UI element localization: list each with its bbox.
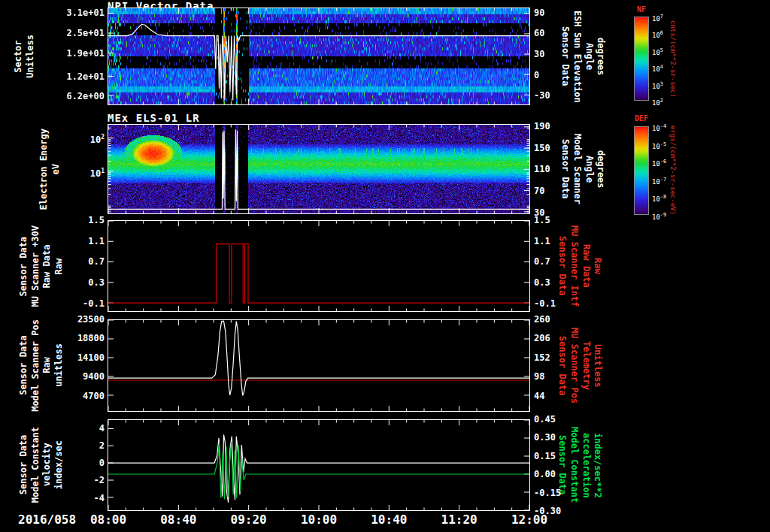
npi-left-tick-label: 6.2e+00 (52, 91, 105, 101)
scanpos-left-tick-label: 4700 (52, 391, 105, 401)
scanpos-left-tick-label: 23500 (52, 314, 105, 325)
mu30v-right-tick-label: -0.1 (534, 298, 581, 309)
npi-right-tick-label: 30 (534, 49, 581, 59)
nf-colorbar-unit: cnts/(cm**2-sr-sec) (669, 17, 686, 101)
npi-colorbar-tick-label: 102 (652, 97, 663, 107)
nf-colorbar-unit-text: cnts/(cm**2-sr-sec) (669, 20, 677, 98)
x-axis-tick-label: 12:00 (499, 512, 559, 527)
scanpos-line-panel (108, 319, 530, 412)
els-left-tick-label: 101 (52, 166, 105, 179)
scanpos-right-tick-label: 98 (534, 371, 581, 382)
npi-colorbar-tick-label: 106 (652, 29, 663, 39)
modelconst-left-tick-label: -4 (52, 493, 105, 503)
mu30v-right-tick-label: 1.5 (534, 215, 581, 225)
els-left-tick-label: 102 (52, 132, 105, 145)
npi-left-tick-label: 3.1e+01 (52, 8, 105, 18)
modelconst-right-tick-label: 0.15 (534, 451, 581, 461)
mu30v-left-tick-label: 1.1 (52, 236, 105, 246)
modelconst-right-tick-label: 0.30 (534, 432, 581, 443)
modelconst-right-tick-label: 0.00 (534, 469, 581, 479)
mu30v-right-tick-label: 0.3 (534, 277, 581, 288)
els-right-tick-label: 70 (534, 186, 581, 196)
x-axis-tick-label: 10:40 (359, 512, 419, 527)
npi-colorbar-tick-label: 103 (652, 80, 663, 90)
npi-spectrogram-panel (108, 8, 530, 105)
scanpos-left-tick-label: 9400 (52, 371, 105, 382)
npi-left-tick-label: 1.9e+01 (52, 48, 105, 59)
modelconst-left-tick-label: -2 (52, 475, 105, 485)
npi-left-tick-label: 1.2e+01 (52, 71, 105, 82)
els-panel-title: MEx ELS-01 LR (108, 112, 200, 124)
mu30v-left-tick-label: 0.3 (52, 277, 105, 288)
els-colorbar-tick-label: 10-6 (652, 158, 666, 168)
def-colorbar-unit-text: ergs/(cm**2-sr-sec-eV) (669, 125, 677, 215)
els-colorbar-tick-label: 10-5 (652, 141, 666, 150)
els-right-tick-label: 190 (534, 121, 581, 131)
modelconst-line-panel (108, 419, 530, 511)
modelconst-right-tick-label: 0.45 (534, 414, 581, 425)
scanpos-right-tick-label: 44 (534, 391, 581, 401)
els-panel-overlay (108, 125, 529, 213)
els-colorbar-tick-label: 10-8 (652, 193, 666, 203)
npi-left-axis-label: Sector Unitless (11, 8, 39, 105)
els-colorbar-tick-label: 10-7 (652, 176, 666, 186)
scanpos-left-tick-label: 14100 (52, 352, 105, 363)
x-axis-tick-label: 08:40 (148, 512, 208, 527)
mu30v-right-tick-label: 1.1 (534, 236, 581, 246)
x-axis-tick-label: 11:20 (429, 512, 490, 527)
mu30v-left-tick-label: 0.7 (52, 256, 105, 267)
nf-colorbar (634, 17, 649, 101)
x-axis-tick-label: 09:20 (219, 512, 279, 527)
npi-left-tick-label: 2.5e+01 (52, 28, 105, 38)
els-right-tick-label: 150 (534, 143, 581, 153)
modelconst-left-tick-label: 2 (52, 440, 105, 451)
scanpos-right-tick-label: 260 (534, 314, 581, 325)
def-colorbar-unit: ergs/(cm**2-sr-sec-eV) (669, 126, 686, 215)
mu30v-left-tick-label: 1.5 (52, 215, 105, 225)
nf-colorbar-title: NF (629, 5, 654, 14)
npi-right-tick-label: 90 (534, 8, 581, 18)
mu30v-left-tick-label: -0.1 (52, 298, 105, 309)
npi-colorbar-tick-label: 104 (652, 63, 663, 73)
modelconst-left-tick-label: 4 (52, 423, 105, 434)
scanpos-right-tick-label: 206 (534, 333, 581, 343)
mu30v-line-panel (108, 220, 530, 312)
modelconst-panel-plot (108, 420, 529, 510)
scanpos-right-tick-label: 152 (534, 352, 581, 363)
npi-right-tick-label: 60 (534, 28, 581, 38)
modelconst-left-tick-label: 0 (52, 458, 105, 468)
plot-window: NPI Vector Data MEx ELS-01 LR Sector Uni… (0, 0, 770, 532)
mu30v-right-tick-label: 0.7 (534, 256, 581, 267)
npi-left-axis-label-text: Sector Unitless (13, 35, 36, 78)
els-colorbar-tick-label: 10-4 (652, 122, 666, 132)
els-colorbar-tick-label: 10-9 (652, 211, 666, 221)
npi-right-tick-label: -30 (534, 90, 581, 101)
npi-colorbar-tick-label: 107 (652, 13, 663, 23)
x-axis-tick-label: 08:00 (78, 512, 138, 527)
x-axis-tick-label: 10:00 (289, 512, 349, 527)
scanpos-panel-plot (108, 320, 529, 411)
npi-panel-overlay (108, 8, 529, 104)
npi-colorbar-tick-label: 105 (652, 47, 663, 56)
npi-right-tick-label: 0 (534, 70, 581, 80)
els-right-tick-label: 110 (534, 164, 581, 174)
modelconst-right-tick-label: -0.15 (534, 488, 581, 498)
def-colorbar-title: DEF (629, 114, 654, 122)
def-colorbar (634, 126, 649, 215)
mu30v-panel-plot (108, 221, 529, 311)
scanpos-left-tick-label: 18800 (52, 333, 105, 343)
els-spectrogram-panel (108, 124, 530, 214)
